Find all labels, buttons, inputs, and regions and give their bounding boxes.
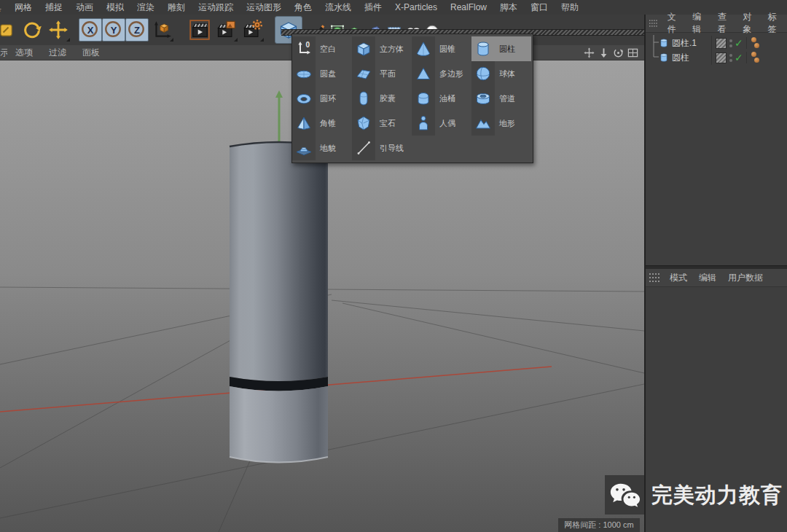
tube-cell <box>471 86 495 111</box>
null-cell: 0 <box>292 36 316 61</box>
render-pv-icon <box>216 20 236 40</box>
menubar-item-11[interactable]: 插件 <box>358 0 388 15</box>
menubar-item-2[interactable]: 捕捉 <box>39 0 69 15</box>
x-axis-lock-button[interactable]: X <box>79 18 102 42</box>
attribute-manager-menu: 模式编辑用户数据 <box>646 269 787 287</box>
menubar-item-10[interactable]: 流水线 <box>318 0 358 15</box>
object-manager-menu-item-3[interactable]: 对象 <box>737 11 761 36</box>
menubar-item-7[interactable]: 运动跟踪 <box>192 0 240 15</box>
tree-branch <box>646 50 659 66</box>
attribute-manager-handle-icon[interactable] <box>649 273 659 282</box>
toggle-views-button[interactable] <box>627 47 638 58</box>
palette-item-figure[interactable]: 人偶 <box>412 111 471 136</box>
nav-orbit-icon <box>613 47 624 58</box>
menubar-item-13[interactable]: RealFlow <box>444 0 493 15</box>
visibility-dots[interactable] <box>729 39 732 47</box>
y-axis-lock-button[interactable]: Y <box>102 18 125 42</box>
enabled-check-icon[interactable]: ✓ <box>735 52 743 63</box>
render-view-icon <box>189 20 210 40</box>
rotate-icon <box>22 20 42 40</box>
y-axis-lock-label: Y <box>111 25 117 36</box>
object-name[interactable]: 圆柱.1 <box>672 37 710 50</box>
rotate-tool-button[interactable] <box>20 17 44 42</box>
palette-item-label: 人偶 <box>435 118 471 129</box>
menubar-item-5[interactable]: 渲染 <box>130 0 161 15</box>
viewport-menu-item-0[interactable]: 示 <box>0 45 7 60</box>
menubar-item-16[interactable]: 帮助 <box>555 0 585 15</box>
palette-item-tube[interactable]: 管道 <box>471 86 531 111</box>
palette-item-landscape[interactable]: 地形 <box>471 111 531 136</box>
menubar-item-12[interactable]: X-Particles <box>388 0 444 15</box>
menubar-item-1[interactable]: 网格 <box>8 0 39 15</box>
object-manager-menu-item-4[interactable]: 标签 <box>762 11 787 36</box>
palette-item-null[interactable]: 0空白 <box>292 36 352 61</box>
cone-cell <box>412 36 435 61</box>
capsule-icon <box>355 90 372 107</box>
palette-item-guide[interactable]: 引导线 <box>352 136 412 160</box>
palette-item-plane[interactable]: 平面 <box>352 61 412 86</box>
palette-item-cylinder[interactable]: 圆柱 <box>471 36 531 61</box>
menubar-item-14[interactable]: 脚本 <box>493 0 524 15</box>
palette-item-gem[interactable]: 宝石 <box>352 111 412 136</box>
cube-icon <box>355 40 372 58</box>
palette-item-label: 空白 <box>316 44 352 55</box>
disc-cell <box>292 61 316 86</box>
palette-item-cone[interactable]: 圆锥 <box>412 36 471 61</box>
tag-dots-icon[interactable] <box>746 52 761 63</box>
palette-item-label: 油桶 <box>435 93 471 104</box>
viewport-menu-item-1[interactable]: 选项 <box>7 45 41 60</box>
object-row-1[interactable]: 圆柱✓ <box>646 50 787 65</box>
object-row-0[interactable]: 圆柱.1✓ <box>646 36 787 50</box>
orbit-view-button[interactable] <box>613 47 624 58</box>
coordinate-system-button[interactable] <box>149 17 174 42</box>
palette-item-relief[interactable]: 地貌 <box>292 136 352 160</box>
cone-icon <box>415 40 432 58</box>
palette-item-pyramid[interactable]: 角锥 <box>292 111 352 136</box>
palette-item-disc[interactable]: 圆盘 <box>292 61 352 86</box>
primitives-palette: 0空白立方体圆锥圆柱圆盘平面多边形球体圆环胶囊油桶管道角锥宝石人偶地形地貌引导线 <box>291 34 533 163</box>
plane-cell <box>352 61 375 86</box>
viewport-menu-item-2[interactable]: 过滤 <box>41 45 74 60</box>
layer-chip-icon[interactable] <box>716 38 727 49</box>
submenu-corner-icon <box>234 38 238 42</box>
menubar-item-4[interactable]: 模拟 <box>100 0 130 15</box>
palette-item-polygon[interactable]: 多边形 <box>412 61 471 86</box>
object-manager-handle-icon[interactable] <box>649 19 657 28</box>
menubar-item-8[interactable]: 运动图形 <box>240 0 288 15</box>
render-settings-button[interactable] <box>240 17 265 42</box>
menubar-item-3[interactable]: 动画 <box>69 0 100 15</box>
palette-item-sphere[interactable]: 球体 <box>471 61 531 86</box>
palette-item-oiltank[interactable]: 油桶 <box>412 86 471 111</box>
visibility-dots[interactable] <box>729 54 732 62</box>
menubar-item-0[interactable]: 具 <box>0 0 8 15</box>
attribute-manager-menu-item-0[interactable]: 模式 <box>664 272 693 284</box>
menubar-item-6[interactable]: 雕刻 <box>161 0 192 15</box>
object-manager-menu-item-0[interactable]: 文件 <box>662 11 686 36</box>
attribute-manager-menu-item-1[interactable]: 编辑 <box>693 272 722 284</box>
tag-dots-icon[interactable] <box>746 37 761 49</box>
enabled-check-icon[interactable]: ✓ <box>735 38 743 48</box>
palette-item-capsule[interactable]: 胶囊 <box>352 86 412 111</box>
render-view-button[interactable] <box>187 17 212 42</box>
render-picture-viewer-button[interactable] <box>214 17 238 42</box>
palette-item-torus[interactable]: 圆环 <box>292 86 352 111</box>
z-axis-lock-button[interactable]: Z <box>125 18 149 42</box>
sphere-icon <box>474 65 492 82</box>
cylinder-object[interactable] <box>230 142 328 463</box>
capsule-cell <box>352 86 375 111</box>
move-tool-button[interactable] <box>46 17 71 42</box>
layer-chip-icon[interactable] <box>716 52 727 63</box>
menubar-item-9[interactable]: 角色 <box>288 0 318 15</box>
palette-item-label: 圆锥 <box>435 44 471 55</box>
dolly-view-button[interactable] <box>598 47 609 58</box>
object-name[interactable]: 圆柱 <box>672 52 710 64</box>
object-manager-menu-item-2[interactable]: 查看 <box>712 11 737 36</box>
menubar-item-15[interactable]: 窗口 <box>524 0 555 15</box>
scale-tool-button[interactable] <box>0 17 18 42</box>
render-settings-icon <box>242 20 262 40</box>
viewport-menu-item-3[interactable]: 面板 <box>74 45 108 60</box>
object-manager-menu-item-1[interactable]: 编辑 <box>686 11 711 36</box>
palette-item-cube[interactable]: 立方体 <box>352 36 412 61</box>
attribute-manager-menu-item-2[interactable]: 用户数据 <box>722 272 769 284</box>
pan-view-button[interactable] <box>584 47 595 58</box>
